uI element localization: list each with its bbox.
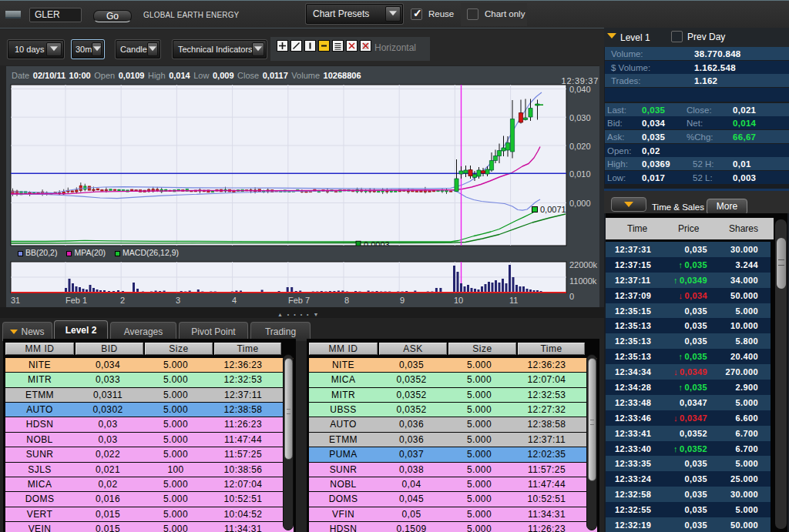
svg-text:0,0071: 0,0071 xyxy=(540,205,566,214)
svg-text:0,0003: 0,0003 xyxy=(364,240,390,249)
